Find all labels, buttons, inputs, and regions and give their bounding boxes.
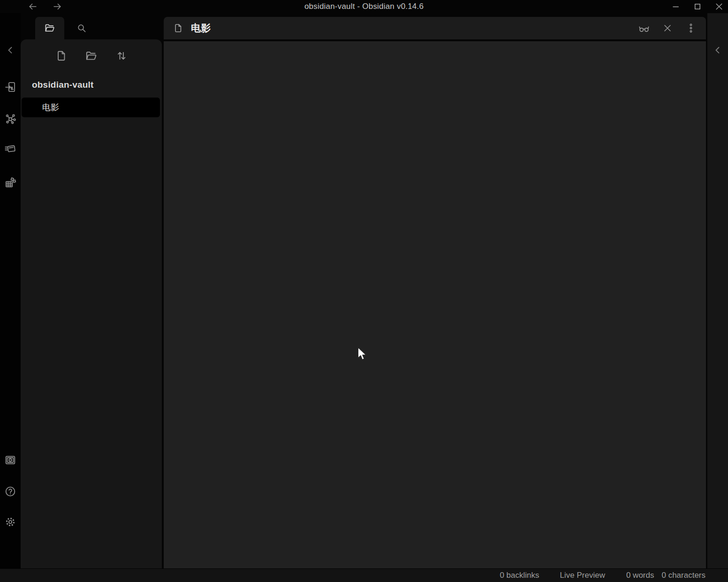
window-title: obsidian-vault - Obsidian v0.14.6 <box>0 2 728 11</box>
vault-switcher-button[interactable] <box>4 454 17 467</box>
pane-title: 电影 <box>191 22 211 35</box>
vault-icon <box>4 454 16 466</box>
editor-area[interactable] <box>164 41 706 568</box>
pane-actions <box>638 23 697 34</box>
new-folder-icon <box>85 50 98 62</box>
vault-name[interactable]: obsidian-vault <box>32 80 162 91</box>
help-icon <box>4 485 16 498</box>
chevron-left-icon <box>712 45 723 56</box>
expand-right-sidebar-button[interactable] <box>711 44 724 57</box>
daily-note-icon <box>4 143 16 155</box>
status-character-count: 0 characters <box>661 571 705 580</box>
file-item-selected[interactable]: 电影 <box>22 98 160 117</box>
settings-button[interactable] <box>4 515 17 529</box>
sort-order-icon <box>115 50 128 62</box>
quick-switcher-icon <box>5 81 16 93</box>
status-word-count: 0 words <box>626 571 654 580</box>
workspace: obsidian-vault 电影 电影 <box>0 13 728 568</box>
kebab-dots-icon <box>685 23 697 34</box>
titlebar: obsidian-vault - Obsidian v0.14.6 <box>0 0 728 13</box>
help-button[interactable] <box>4 485 17 498</box>
tab-file-explorer[interactable] <box>35 17 64 39</box>
left-ribbon <box>0 13 21 568</box>
random-note-button[interactable] <box>4 176 17 189</box>
status-bar: 0 backlinks Live Preview 0 words 0 chara… <box>0 568 728 582</box>
chevron-left-icon <box>5 45 16 56</box>
main-pane: 电影 <box>164 13 706 568</box>
folder-icon <box>44 23 55 34</box>
pane-header: 电影 <box>164 17 706 39</box>
file-explorer-panel: obsidian-vault 电影 <box>21 39 162 568</box>
obsidian-window: obsidian-vault - Obsidian v0.14.6 <box>0 0 728 582</box>
graph-view-button[interactable] <box>4 112 17 125</box>
search-icon <box>76 23 87 34</box>
explorer-actions <box>21 49 162 63</box>
status-backlinks[interactable]: 0 backlinks <box>500 571 539 580</box>
right-ribbon <box>707 13 728 568</box>
status-editor-mode[interactable]: Live Preview <box>560 571 605 580</box>
more-options-button[interactable] <box>685 23 697 34</box>
mouse-cursor <box>357 347 368 362</box>
glasses-icon <box>638 22 650 35</box>
random-note-icon <box>4 177 16 189</box>
graph-view-icon <box>5 113 16 125</box>
settings-gear-icon <box>4 516 16 528</box>
quick-switcher-button[interactable] <box>4 80 17 93</box>
collapse-left-sidebar-button[interactable] <box>4 44 17 57</box>
sidebar-tab-strip <box>21 13 162 39</box>
daily-note-button[interactable] <box>4 142 17 155</box>
note-file-icon <box>173 23 184 34</box>
new-note-icon <box>55 50 68 62</box>
left-sidebar: obsidian-vault 电影 <box>21 13 162 568</box>
reading-view-toggle-button[interactable] <box>638 23 650 34</box>
close-pane-button[interactable] <box>662 23 673 34</box>
file-item-label: 电影 <box>42 102 59 113</box>
sort-order-button[interactable] <box>115 49 128 62</box>
close-pane-icon <box>662 23 673 34</box>
new-note-button[interactable] <box>55 49 68 62</box>
tab-search[interactable] <box>67 17 96 39</box>
new-folder-button[interactable] <box>85 49 98 62</box>
